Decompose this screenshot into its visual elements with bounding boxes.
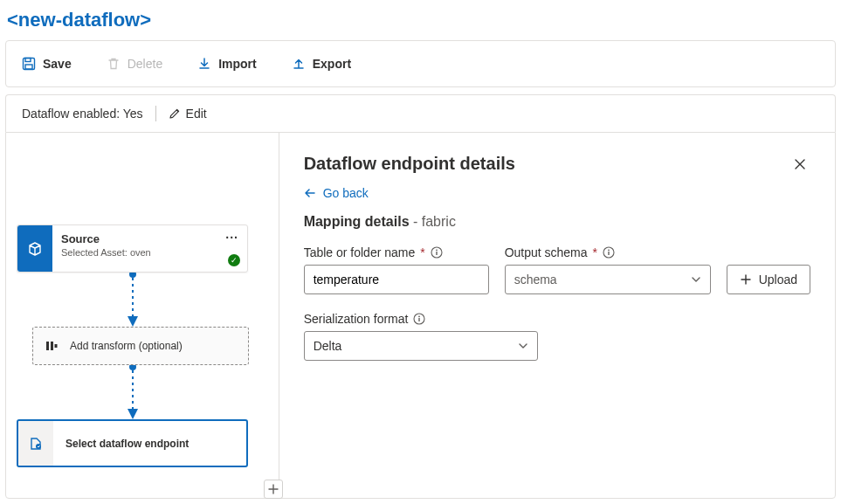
serialization-label: Serialization format <box>304 312 538 326</box>
arrow-left-icon <box>304 187 316 199</box>
separator <box>155 106 156 121</box>
source-node-subtitle: Selected Asset: oven <box>61 247 238 258</box>
save-icon <box>22 57 36 71</box>
svg-rect-16 <box>608 252 609 255</box>
transform-icon <box>45 340 58 352</box>
output-schema-select[interactable]: schema <box>505 265 711 294</box>
save-button[interactable]: Save <box>22 50 72 78</box>
info-icon[interactable] <box>603 246 615 259</box>
export-label: Export <box>313 57 351 71</box>
save-label: Save <box>43 57 72 71</box>
cube-icon <box>27 241 43 257</box>
serialization-select[interactable]: Delta <box>304 331 538 361</box>
mapping-section-title: Mapping details - fabric <box>304 214 810 230</box>
endpoint-icon <box>28 436 44 452</box>
required-marker: * <box>593 245 597 259</box>
table-name-input[interactable] <box>304 265 489 294</box>
endpoint-node[interactable]: Select dataflow endpoint <box>17 419 248 467</box>
import-label: Import <box>218 57 257 71</box>
go-back-label: Go back <box>323 186 369 200</box>
svg-rect-2 <box>25 65 32 69</box>
svg-rect-9 <box>55 344 58 348</box>
go-back-link[interactable]: Go back <box>304 186 810 200</box>
upload-icon <box>292 57 306 71</box>
output-schema-label: Output schema * <box>505 245 711 259</box>
page-title: <new-dataflow> <box>5 7 836 37</box>
delete-label: Delete <box>128 57 162 71</box>
svg-rect-13 <box>436 252 437 255</box>
pencil-icon <box>169 107 181 120</box>
svg-point-15 <box>608 249 610 251</box>
source-node-body: Source Selected Asset: oven ··· ✓ <box>52 225 247 272</box>
details-heading: Dataflow endpoint details <box>304 154 789 174</box>
plus-icon <box>268 484 279 494</box>
serialization-field: Serialization format Delta <box>304 312 538 361</box>
import-button[interactable]: Import <box>197 50 257 78</box>
table-name-label: Table or folder name * <box>304 245 489 259</box>
close-icon <box>793 157 807 171</box>
svg-point-10 <box>36 444 41 449</box>
info-icon[interactable] <box>413 313 425 325</box>
edit-label: Edit <box>186 107 207 121</box>
upload-button[interactable]: Upload <box>727 265 810 294</box>
add-transform-node[interactable]: Add transform (optional) <box>32 327 249 365</box>
plus-icon <box>740 273 752 286</box>
download-icon <box>197 57 211 71</box>
table-name-field: Table or folder name * <box>304 245 489 294</box>
svg-point-12 <box>436 249 438 251</box>
output-schema-placeholder: schema <box>514 273 557 287</box>
status-bar: Dataflow enabled: Yes Edit <box>5 94 836 132</box>
info-icon[interactable] <box>431 246 443 259</box>
endpoint-node-iconcell <box>18 421 53 466</box>
chevron-down-icon <box>691 274 701 285</box>
output-schema-field: Output schema * schema <box>505 245 711 294</box>
details-panel: Dataflow endpoint details Go back Mappin… <box>279 133 835 498</box>
svg-point-18 <box>419 315 421 317</box>
add-transform-label: Add transform (optional) <box>70 340 183 352</box>
edit-button[interactable]: Edit <box>169 107 207 121</box>
export-button[interactable]: Export <box>292 50 351 78</box>
svg-rect-19 <box>419 318 420 321</box>
source-node[interactable]: Source Selected Asset: oven ··· ✓ <box>17 224 248 273</box>
dataflow-enabled-status: Dataflow enabled: Yes <box>22 107 143 121</box>
required-marker: * <box>420 245 424 259</box>
trash-icon <box>107 57 121 71</box>
delete-button: Delete <box>107 50 162 78</box>
svg-rect-1 <box>25 59 31 62</box>
canvas: Source Selected Asset: oven ··· ✓ Add tr… <box>6 133 279 498</box>
svg-rect-7 <box>46 342 49 350</box>
upload-label: Upload <box>759 273 797 287</box>
close-button[interactable] <box>789 154 810 177</box>
toolbar: Save Delete Import Export <box>5 40 836 87</box>
check-icon: ✓ <box>228 254 240 266</box>
svg-rect-8 <box>51 342 53 350</box>
serialization-value: Delta <box>314 339 342 353</box>
endpoint-node-label: Select dataflow endpoint <box>53 421 246 466</box>
source-node-title: Source <box>61 232 238 245</box>
source-node-iconcell <box>17 225 52 272</box>
content: Source Selected Asset: oven ··· ✓ Add tr… <box>5 132 836 499</box>
source-node-more-button[interactable]: ··· <box>225 231 238 245</box>
chevron-down-icon <box>518 341 528 351</box>
